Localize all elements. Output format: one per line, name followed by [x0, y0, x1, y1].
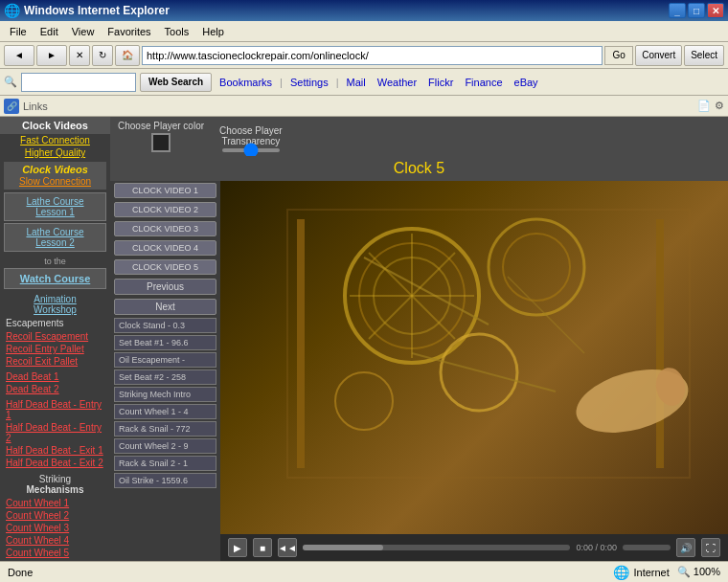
- ie-icon: 🌐: [4, 3, 20, 18]
- count-wheel2-link[interactable]: Count Wheel 2: [0, 509, 110, 522]
- progress-bar[interactable]: [303, 545, 570, 550]
- time-display: 0:00 / 0:00: [576, 543, 617, 552]
- progress-fill: [303, 545, 383, 550]
- volume-button[interactable]: 🔊: [676, 538, 695, 557]
- animation-workshop-link[interactable]: AnimationWorkshop: [0, 293, 110, 316]
- track-1[interactable]: Set Beat #1 - 96.6: [114, 335, 216, 350]
- dead-beat1-link[interactable]: Dead Beat 1: [0, 370, 110, 383]
- links-bar: 🔗 Links 📄 ⚙: [0, 96, 728, 117]
- search-label: 🔍: [4, 76, 17, 88]
- clock-title-bar: Clock 5: [110, 156, 728, 181]
- clock-video5-button[interactable]: CLOCK VIDEO 5: [114, 259, 216, 275]
- flickr-link[interactable]: Flickr: [424, 77, 457, 88]
- search-input[interactable]: [21, 73, 136, 92]
- lathe-lesson2-link[interactable]: Lathe CourseLesson 2: [7, 226, 103, 249]
- hdb-entry1-link[interactable]: Half Dead Beat - Entry 1: [0, 398, 110, 421]
- dead-beat2-link[interactable]: Dead Beat 2: [0, 383, 110, 395]
- stop-button[interactable]: ✕: [69, 45, 90, 66]
- forward-button[interactable]: ►: [36, 45, 67, 66]
- menu-file[interactable]: File: [4, 24, 33, 39]
- status-right: 🌐 Internet 🔍 100%: [613, 565, 720, 580]
- watch-course-box[interactable]: Watch Course: [4, 268, 106, 289]
- transparency-slider[interactable]: [222, 148, 280, 152]
- toolbar-sep2: |: [336, 77, 339, 88]
- rewind-button[interactable]: ◄◄: [278, 538, 297, 557]
- color-picker[interactable]: [151, 133, 171, 152]
- convert-button[interactable]: Convert: [635, 45, 682, 66]
- recoil-escapement-link[interactable]: Recoil Escapement: [0, 330, 110, 343]
- count-wheel4-link[interactable]: Count Wheel 4: [0, 534, 110, 547]
- toolbar: ◄ ► ✕ ↻ 🏠 Go Convert Select: [0, 42, 728, 69]
- video-controls: ▶ ■ ◄◄ 0:00 / 0:00 🔊 ⛶: [220, 534, 728, 561]
- animation-workshop-box: AnimationWorkshop: [0, 293, 110, 316]
- track-9[interactable]: Oil Strike - 1559.6: [114, 473, 216, 488]
- settings-link[interactable]: Settings: [286, 77, 332, 88]
- sidebar: Clock Videos Fast Connection Higher Qual…: [0, 117, 110, 561]
- recoil-exit-pallet-link[interactable]: Recoil Exit Pallet: [0, 355, 110, 368]
- count-wheel1-link[interactable]: Count Wheel 1: [0, 497, 110, 509]
- clock-video3-button[interactable]: CLOCK VIDEO 3: [114, 221, 216, 236]
- recoil-entry-pallet-link[interactable]: Recoil Entry Pallet: [0, 343, 110, 355]
- fast-connection-link[interactable]: Fast Connection: [0, 134, 110, 146]
- clock-video1-button[interactable]: CLOCK VIDEO 1: [114, 183, 216, 198]
- watch-course-link[interactable]: Watch Course: [8, 272, 102, 285]
- track-6[interactable]: Rack & Snail - 772: [114, 421, 216, 436]
- links-icon: 🔗: [4, 99, 19, 114]
- track-3[interactable]: Set Beat #2 - 258: [114, 369, 216, 385]
- back-button[interactable]: ◄: [4, 45, 34, 66]
- volume-bar[interactable]: [623, 545, 671, 550]
- select-button[interactable]: Select: [684, 45, 724, 66]
- mail-link[interactable]: Mail: [343, 77, 370, 88]
- status-zone: 🌐 Internet: [613, 565, 669, 580]
- lathe-lesson1-link[interactable]: Lathe CourseLesson 1: [7, 195, 103, 218]
- clock-title: Clock 5: [394, 160, 444, 176]
- play-button[interactable]: ▶: [228, 538, 247, 557]
- maximize-button[interactable]: □: [688, 3, 705, 18]
- finance-link[interactable]: Finance: [461, 77, 506, 88]
- menu-tools[interactable]: Tools: [159, 24, 195, 39]
- count-wheel5-link[interactable]: Count Wheel 5: [0, 547, 110, 559]
- svg-point-5: [441, 334, 517, 411]
- svg-rect-15: [297, 219, 305, 468]
- links-label: Links: [23, 101, 48, 112]
- player-controls: Choose Player color Choose PlayerTranspa…: [110, 117, 728, 156]
- address-bar[interactable]: [142, 46, 603, 65]
- close-button[interactable]: ✕: [707, 3, 724, 18]
- count-wheel6-link[interactable]: Count Wheel 6: [0, 559, 110, 561]
- track-4[interactable]: Striking Mech Intro: [114, 387, 216, 402]
- clock-video2-button[interactable]: CLOCK VIDEO 2: [114, 202, 216, 217]
- go-button[interactable]: Go: [604, 46, 633, 65]
- weather-link[interactable]: Weather: [374, 77, 421, 88]
- hdb-exit1-link[interactable]: Half Dead Beat - Exit 1: [0, 444, 110, 457]
- menu-view[interactable]: View: [66, 24, 101, 39]
- menu-help[interactable]: Help: [196, 24, 230, 39]
- menu-edit[interactable]: Edit: [34, 24, 64, 39]
- video-area: ▶ ■ ◄◄ 0:00 / 0:00 🔊 ⛶: [220, 181, 728, 561]
- menu-favorites[interactable]: Favorites: [102, 24, 156, 39]
- clock-video4-button[interactable]: CLOCK VIDEO 4: [114, 240, 216, 256]
- home-button[interactable]: 🏠: [115, 45, 140, 66]
- track-2[interactable]: Oil Escapement -: [114, 352, 216, 368]
- pause-button[interactable]: ■: [253, 538, 272, 557]
- hdb-entry2-link[interactable]: Half Dead Beat - Entry 2: [0, 421, 110, 444]
- bookmarks-link[interactable]: Bookmarks: [216, 77, 276, 88]
- higher-quality-link[interactable]: Higher Quality: [0, 146, 110, 159]
- track-5[interactable]: Count Wheel 1 - 4: [114, 404, 216, 419]
- track-0[interactable]: Clock Stand - 0.3: [114, 318, 216, 333]
- title-bar: 🌐 Windows Internet Explorer _ □ ✕: [0, 0, 728, 21]
- minimize-button[interactable]: _: [669, 3, 686, 18]
- fullscreen-button[interactable]: ⛶: [701, 538, 720, 557]
- choose-color-label: Choose Player color: [118, 121, 204, 131]
- slow-connection-link[interactable]: Slow Connection: [6, 175, 104, 188]
- title-bar-left: 🌐 Windows Internet Explorer: [4, 3, 170, 18]
- previous-button[interactable]: Previous: [114, 279, 216, 295]
- track-8[interactable]: Rack & Snail 2 - 1: [114, 456, 216, 471]
- web-search-button[interactable]: Web Search: [140, 73, 212, 92]
- hdb-exit2-link[interactable]: Half Dead Beat - Exit 2: [0, 457, 110, 469]
- next-button[interactable]: Next: [114, 299, 216, 315]
- refresh-button[interactable]: ↻: [92, 45, 113, 66]
- track-7[interactable]: Count Wheel 2 - 9: [114, 438, 216, 454]
- links-bar-icon: 📄: [697, 100, 711, 112]
- count-wheel3-link[interactable]: Count Wheel 3: [0, 522, 110, 534]
- ebay-link[interactable]: eBay: [511, 77, 542, 88]
